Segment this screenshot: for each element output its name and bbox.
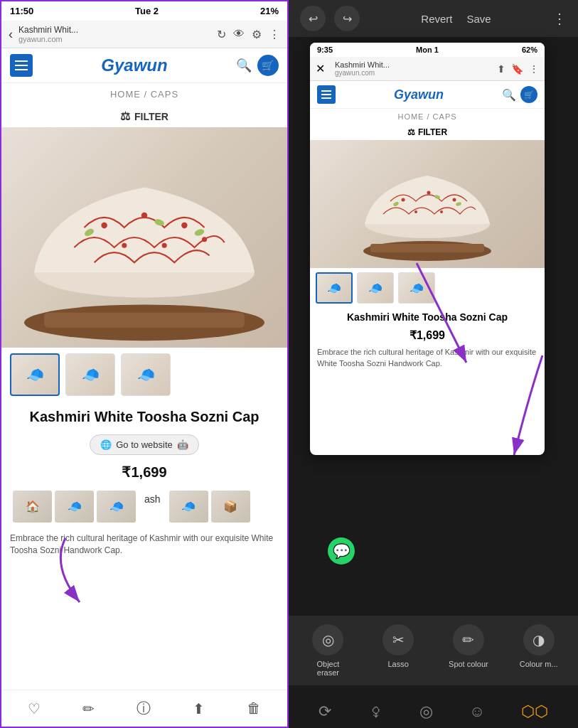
back-button[interactable]: ‹ <box>9 27 13 42</box>
go-to-website-label: Go to website <box>116 439 173 450</box>
svg-rect-1 <box>44 313 245 328</box>
object-eraser-label: Objecteraser <box>316 660 339 677</box>
colour-icon: ◑ <box>523 624 555 655</box>
spot-colour-icon: ✏ <box>453 624 484 655</box>
spot-colour-tool[interactable]: ✏ Spot colour <box>435 624 503 677</box>
left-day: Tue 2 <box>135 6 159 16</box>
url-area: Kashmiri Whit... gyawun.com <box>18 25 211 43</box>
phone-more-icon[interactable]: ⋮ <box>529 63 539 75</box>
phone-hamburger-button[interactable] <box>317 85 336 104</box>
bottom-icon-bar: ⟳ ⧬ ◎ ☺ ⬡⬡ <box>289 695 578 728</box>
phone-time: 9:35 <box>317 46 333 54</box>
product-thumbnails: 🧢 🧢 🧢 <box>1 348 287 402</box>
phone-breadcrumb: HOME / CAPS <box>310 109 545 124</box>
colour-label: Colour m... <box>520 660 558 668</box>
phone-filter-label: FILTER <box>418 127 447 137</box>
settings-icon[interactable]: ⚙ <box>252 28 262 41</box>
spot-colour-label: Spot colour <box>449 660 488 668</box>
left-time: 11:50 <box>10 6 33 16</box>
bottom-thumb-1[interactable]: 🏠 <box>13 491 52 523</box>
browser-icons: ↻ 👁 ⚙ ⋮ <box>217 28 280 41</box>
gyawun-header: Gyawun 🔍 🛒 <box>1 48 287 83</box>
revert-button[interactable]: Revert <box>421 13 452 25</box>
phone-share-icon[interactable]: ⬆ <box>497 63 505 75</box>
apps-icon[interactable]: ⬡⬡ <box>521 702 548 721</box>
mask-icon[interactable]: ⧬ <box>368 702 383 721</box>
refresh-icon[interactable]: ↻ <box>217 28 226 41</box>
save-button[interactable]: Save <box>466 13 491 25</box>
thumbnail-2[interactable]: 🧢 <box>65 353 115 396</box>
phone-thumb-1[interactable]: 🧢 <box>316 272 353 304</box>
emoji-icon[interactable]: ☺ <box>469 702 485 721</box>
bottom-tools: ◎ Objecteraser ✂ Lasso ✏ Spot colour ◑ C… <box>289 616 578 685</box>
phone-day: Mon 1 <box>416 46 439 54</box>
robot-icon: 🤖 <box>177 439 188 450</box>
share-button[interactable]: ⬆ <box>193 700 205 717</box>
search-icon[interactable]: 🔍 <box>236 58 252 73</box>
info-button[interactable]: ⓘ <box>137 699 151 718</box>
more-icon[interactable]: ⋮ <box>269 28 280 41</box>
right-top-bar: ↩ ↪ Revert Save ⋮ <box>289 0 578 37</box>
phone-filter-bar[interactable]: ⚖ FILTER <box>310 124 545 140</box>
svg-point-17 <box>427 191 431 194</box>
lasso-label: Lasso <box>387 660 408 668</box>
target-icon[interactable]: ◎ <box>419 702 433 721</box>
svg-point-19 <box>414 210 417 213</box>
phone-close-icon[interactable]: ✕ <box>316 62 325 75</box>
right-top-center: Revert Save <box>421 13 491 25</box>
ash-label: ash <box>139 491 166 523</box>
phone-bookmark-icon[interactable]: 🔖 <box>511 63 523 75</box>
delete-button[interactable]: 🗑 <box>247 700 261 717</box>
redo-button[interactable]: ↪ <box>334 6 360 31</box>
phone-browser-bar: ✕ Kashmiri Whit... gyawun.com ⬆ 🔖 ⋮ <box>310 57 545 81</box>
go-to-website-button[interactable]: 🌐 Go to website 🤖 <box>90 434 199 455</box>
domain-label: gyawun.com <box>18 35 211 43</box>
svg-point-6 <box>122 243 127 248</box>
thumbnail-3[interactable]: 🧢 <box>121 353 171 396</box>
edit-button[interactable]: ✏ <box>82 700 95 717</box>
phone-status-bar: 9:35 Mon 1 62% <box>310 43 545 57</box>
undo-button[interactable]: ↩ <box>300 6 326 31</box>
left-panel: 11:50 Tue 2 21% ‹ Kashmiri Whit... gyawu… <box>0 0 289 728</box>
hamburger-button[interactable] <box>10 54 33 77</box>
header-right-icons: 🔍 🛒 <box>236 55 279 76</box>
phone-search-icon[interactable]: 🔍 <box>502 88 516 102</box>
thumbnail-1[interactable]: 🧢 <box>10 353 60 396</box>
phone-thumb-2[interactable]: 🧢 <box>357 272 394 304</box>
left-browser-bar: ‹ Kashmiri Whit... gyawun.com ↻ 👁 ⚙ ⋮ <box>1 21 287 48</box>
like-button[interactable]: ♡ <box>28 700 41 717</box>
svg-point-4 <box>141 213 147 218</box>
filter-bar[interactable]: ⚖ FILTER <box>1 105 287 127</box>
more-menu-button[interactable]: ⋮ <box>552 10 567 27</box>
colour-tool[interactable]: ◑ Colour m... <box>505 624 572 677</box>
rotate-icon[interactable]: ⟳ <box>319 702 331 721</box>
left-status-bar: 11:50 Tue 2 21% <box>1 1 287 21</box>
right-panel: ↩ ↪ Revert Save ⋮ 9:35 Mon 1 62% ✕ Kashm… <box>289 0 578 728</box>
bottom-thumb-5[interactable]: 📦 <box>211 491 250 523</box>
cart-button[interactable]: 🛒 <box>257 55 279 76</box>
whatsapp-button[interactable]: 💬 <box>328 537 355 564</box>
eye-icon[interactable]: 👁 <box>233 28 245 41</box>
svg-point-8 <box>202 237 207 242</box>
bottom-row: 🏠 🧢 🧢 ash 🧢 📦 <box>1 483 287 530</box>
filter-label: FILTER <box>134 111 168 122</box>
svg-point-7 <box>162 243 167 248</box>
phone-header-icons: 🔍 🛒 <box>502 86 537 103</box>
product-price: ₹1,699 <box>1 461 287 483</box>
bottom-thumb-2[interactable]: 🧢 <box>55 491 94 523</box>
gyawun-logo: Gyawun <box>101 55 167 75</box>
svg-point-18 <box>453 198 456 201</box>
lasso-icon: ✂ <box>382 624 414 655</box>
bottom-thumb-3[interactable]: 🧢 <box>97 491 136 523</box>
breadcrumb: HOME / CAPS <box>1 83 287 105</box>
phone-cart-button[interactable]: 🛒 <box>520 86 537 103</box>
lasso-tool[interactable]: ✂ Lasso <box>365 624 432 677</box>
svg-point-20 <box>440 210 443 213</box>
object-eraser-tool[interactable]: ◎ Objecteraser <box>294 624 362 677</box>
product-main-image <box>1 127 287 348</box>
bottom-thumb-4[interactable]: 🧢 <box>169 491 208 523</box>
filter-icon: ⚖ <box>120 109 130 123</box>
phone-logo: Gyawun <box>394 87 444 102</box>
svg-point-3 <box>101 223 107 228</box>
svg-point-16 <box>402 198 405 201</box>
